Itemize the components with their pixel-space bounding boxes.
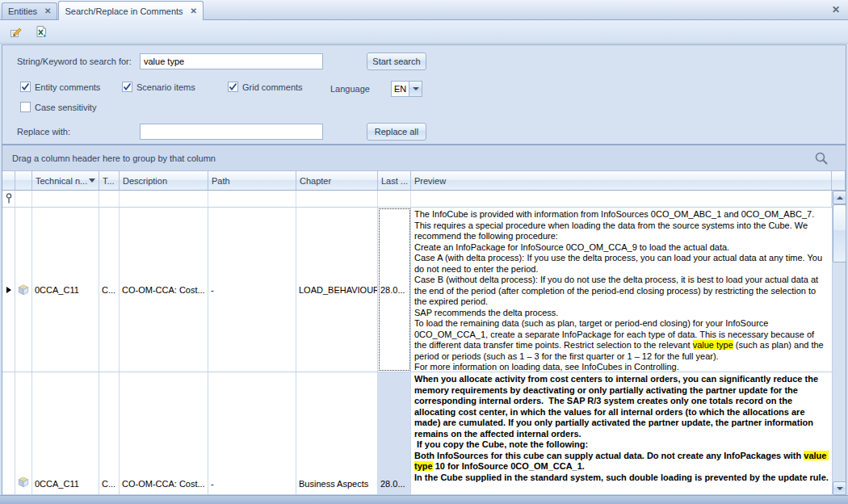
cell-text: -: [211, 285, 214, 295]
language-label: Language: [330, 84, 370, 94]
entity-comments-label: Entity comments: [35, 82, 100, 92]
grid-rows: 0CCA_C11C...CO-OM-CCA: Cost...-LOAD_BEHA…: [2, 208, 846, 495]
filter-cell-last[interactable]: [378, 191, 411, 207]
search-input[interactable]: [140, 53, 323, 69]
language-dropdown[interactable]: EN: [391, 81, 422, 97]
cell-chapter[interactable]: Business Aspects: [296, 372, 378, 494]
case-sensitivity-label: Case sensitivity: [35, 103, 96, 112]
cell-technical[interactable]: 0CCA_C11: [32, 372, 99, 494]
cell-path[interactable]: -: [208, 372, 296, 494]
filter-cell-technical[interactable]: [32, 191, 99, 207]
filter-row-pin-icon: [5, 192, 13, 205]
search-hit-highlight: value types: [460, 494, 509, 495]
vertical-scrollbar[interactable]: [832, 191, 846, 495]
cell-icon[interactable]: [15, 208, 32, 372]
column-header-type[interactable]: T...: [99, 171, 120, 191]
filter-cell-chapter[interactable]: [296, 191, 378, 207]
table-row[interactable]: 0CCA_C11C...CO-OM-CCA: Cost...-LOAD_BEHA…: [2, 208, 846, 372]
replace-all-button[interactable]: Replace all: [367, 123, 426, 141]
tab-entities-label: Entities: [8, 6, 37, 16]
preview-text: When you allocate activity from cost cen…: [414, 374, 821, 460]
cell-description[interactable]: CO-OM-CCA: Cost...: [120, 208, 208, 372]
infocube-icon: [18, 476, 29, 489]
tab-entities[interactable]: Entities ✕: [2, 2, 57, 19]
results-grid: Drag a column header here to group by th…: [2, 145, 846, 496]
cell-text: CO-OM-CCA: Cost...: [122, 479, 205, 489]
cell-text: CO-OM-CCA: Cost...: [122, 285, 205, 295]
checkbox-scenario-items[interactable]: [122, 82, 132, 92]
cell-icon[interactable]: [15, 372, 32, 494]
cell-preview[interactable]: When you allocate activity from cost cen…: [411, 372, 832, 494]
sort-descending-icon: [89, 178, 95, 183]
edit-comment-button[interactable]: [6, 22, 26, 41]
filter-cell-type[interactable]: [99, 191, 120, 207]
column-header-description[interactable]: Description: [120, 171, 208, 191]
search-for-label: String/Keyword to search for:: [17, 57, 132, 66]
check-icon: [20, 82, 31, 92]
filter-cell-indicator[interactable]: [2, 191, 15, 207]
cell-type[interactable]: C...: [99, 208, 120, 372]
cell-text: 0CCA_C11: [35, 285, 79, 295]
scrollbar-thumb[interactable]: [833, 204, 846, 262]
filter-cell-preview[interactable]: [411, 191, 832, 207]
check-icon: [122, 82, 132, 92]
app-window: Entities ✕ Search/Replace in Comments ✕ …: [0, 0, 848, 504]
cell-indicator[interactable]: [2, 372, 15, 494]
replace-input[interactable]: [140, 124, 323, 140]
scroll-up-button[interactable]: [833, 191, 846, 204]
table-row[interactable]: 0CCA_C11C...CO-OM-CCA: Cost...-Business …: [2, 372, 846, 495]
preview-text: :: [509, 494, 512, 495]
scroll-down-button[interactable]: [833, 481, 846, 495]
tab-search-replace[interactable]: Search/Replace in Comments ✕: [58, 1, 204, 20]
column-header-preview[interactable]: Preview: [411, 171, 832, 191]
column-header-icon[interactable]: [15, 171, 32, 191]
filter-cell-icon[interactable]: [15, 191, 32, 207]
checkbox-case-sensitivity[interactable]: [20, 102, 31, 112]
tab-bar: Entities ✕ Search/Replace in Comments ✕ …: [0, 0, 848, 20]
language-dropdown-button[interactable]: [409, 81, 422, 97]
cell-text: C...: [102, 479, 115, 489]
cell-text: 28.0...: [380, 479, 405, 489]
toolbar: [0, 20, 848, 44]
group-by-hint-text: Drag a column header here to group by th…: [12, 153, 216, 163]
language-value: EN: [391, 81, 409, 97]
cell-text: 28.0...: [380, 285, 405, 295]
cell-path[interactable]: -: [208, 208, 296, 372]
column-header-chapter[interactable]: Chapter: [296, 171, 378, 191]
column-header-label: Last ...: [381, 176, 408, 186]
replace-with-label: Replace with:: [17, 127, 70, 136]
edit-pencil-icon: [10, 25, 23, 39]
filter-cell-path[interactable]: [208, 191, 296, 207]
search-hit-highlight: value type: [693, 340, 733, 350]
filter-cell-description[interactable]: [120, 191, 208, 207]
export-excel-button[interactable]: [31, 22, 51, 41]
cell-type[interactable]: C...: [99, 372, 120, 494]
start-search-button[interactable]: Start search: [367, 52, 426, 70]
scrollbar-header-cap: [832, 171, 846, 191]
search-icon[interactable]: [814, 151, 829, 166]
column-header-last[interactable]: Last ...: [378, 171, 411, 191]
column-header-indicator[interactable]: [2, 171, 15, 191]
window-bottom-edge: [0, 495, 848, 504]
cell-text: C...: [102, 285, 115, 295]
column-header-label: T...: [103, 176, 115, 186]
preview-text: The InfoCube is provided with informatio…: [414, 209, 825, 350]
cell-last[interactable]: 28.0...: [378, 208, 411, 372]
preview-text: 10 for InfoSource 0CO_OM_CCA_1. In the C…: [414, 461, 829, 494]
column-header-path[interactable]: Path: [208, 171, 296, 191]
cell-preview[interactable]: The InfoCube is provided with informatio…: [411, 208, 832, 372]
cell-description[interactable]: CO-OM-CCA: Cost...: [120, 372, 208, 494]
tab-search-replace-close-icon[interactable]: ✕: [191, 7, 197, 15]
checkbox-grid-comments[interactable]: [228, 82, 238, 92]
cell-last[interactable]: 28.0...: [378, 372, 411, 494]
cell-indicator[interactable]: [2, 208, 15, 372]
grid-header-row: Technical n...T...DescriptionPathChapter…: [2, 171, 846, 191]
tab-entities-close-icon[interactable]: ✕: [44, 7, 51, 15]
column-header-technical[interactable]: Technical n...: [32, 171, 99, 191]
tabstrip-close-icon[interactable]: ✕: [832, 4, 840, 15]
group-by-panel[interactable]: Drag a column header here to group by th…: [2, 145, 846, 171]
checkbox-entity-comments[interactable]: [20, 82, 31, 92]
cell-chapter[interactable]: LOAD_BEHAVIOUR: [296, 208, 378, 372]
cell-text: Business Aspects: [299, 479, 368, 489]
cell-technical[interactable]: 0CCA_C11: [32, 208, 99, 372]
